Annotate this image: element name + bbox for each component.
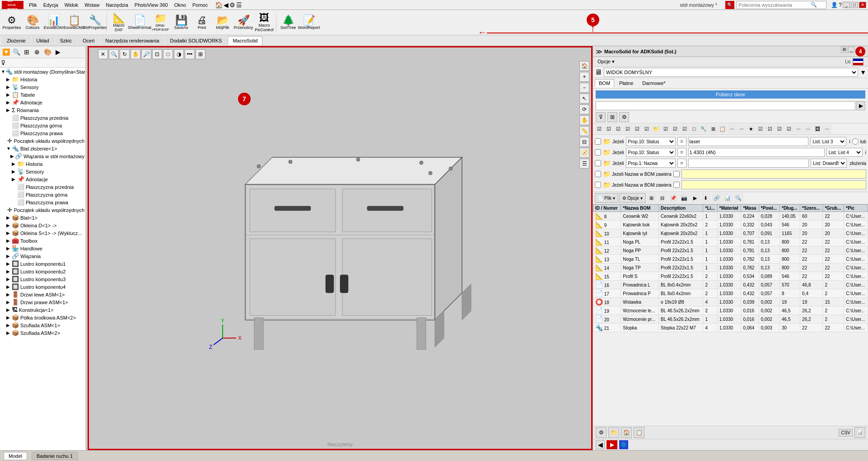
list-item[interactable]: ▶ 📡 Sensory [0,83,85,91]
list-item[interactable]: ▶ 📌 Adnotacje [0,175,85,183]
it-more5[interactable]: ··· [822,124,831,133]
filter-name-mini-check-2[interactable] [673,182,680,188]
tree-arrow[interactable]: ▶ [6,323,12,328]
menu-edycja[interactable]: Edycja [41,1,61,9]
list-item[interactable]: ▶ 🔗 Wiązania [0,252,85,260]
tree-arrow[interactable]: ▶ [10,154,15,159]
filter-name-check-2[interactable] [595,182,601,188]
rp-minimize-btn[interactable]: _ [848,47,854,53]
it-check6[interactable]: ☑ [642,124,651,133]
excelbom2-button[interactable]: 📋 ExcelBOM2 [64,13,84,33]
tree-arrow[interactable]: ▶ [6,284,12,289]
search-box[interactable]: 🔍 [736,1,826,9]
list-item[interactable]: ▼ 🔩 Blat złożenie<1> [0,145,85,152]
vp-btn-cross[interactable]: ✕ [98,49,108,59]
list-item[interactable]: ▶ 🏪 Handlowe [0,245,85,252]
list-item[interactable]: ⬜ Płaszczyzna przednia [0,114,85,122]
csv-btn[interactable]: CSV [839,429,853,437]
filter-check-2[interactable] [595,149,601,155]
col-li[interactable]: *Li... [703,205,717,212]
col-pic[interactable]: *Pic [844,205,868,212]
filter-settings-btn[interactable]: ⚙ [619,112,629,122]
col-masa[interactable]: *Masa [741,205,759,212]
list-item[interactable]: ⬜ Płaszczyzna przednia [0,183,85,191]
tab-szkic[interactable]: Szkic [55,36,77,45]
table-row[interactable]: 📐 13 Noga TL Profil 22x22x1.5 1 1.0330 0… [593,255,868,263]
list-item[interactable]: ⬜ Płaszczyzna prawa [0,129,85,137]
vp-btn-zoom[interactable]: 🔎 [141,49,151,59]
smproperties-button[interactable]: 🔧 SMProperties [85,13,105,33]
tree-arrow[interactable]: ▶ [6,292,12,297]
table-row[interactable]: 📄 19 Wzmocenie le... BL 46.5x26.2x2mm 2 … [593,306,868,315]
it-check4[interactable]: ☑ [623,124,632,133]
list-item[interactable]: ▶ 🔲 Lustro komponentu4 [0,283,85,291]
restore-button[interactable]: □ [851,2,858,8]
it-more3[interactable]: ··· [794,124,803,133]
bom-tb-btn2[interactable]: ⊟ [658,193,667,203]
przenosny-button[interactable]: 🚀 Przenośny [233,13,253,33]
bom-search-input[interactable] [596,101,855,110]
tab-ocen[interactable]: Oceń [78,36,99,45]
it-check11[interactable]: ☑ [765,124,775,133]
bom-tb-btn9[interactable]: 🔍 [733,193,743,203]
list-item[interactable]: ⬜ Płaszczyzna górna [0,191,85,198]
filter-list-3[interactable]: List: DrawnBy [811,159,847,168]
status-tab-badanie[interactable]: Badanie ruchu 1 [32,452,78,460]
search-go-btn[interactable]: ▶ [856,101,865,110]
vp-btn-pan[interactable]: ✋ [131,49,140,59]
list-item[interactable]: ▶ 🔲 Lustro komponentu2 [0,268,85,275]
tree-arrow[interactable]: ▶ [6,315,12,320]
list-item[interactable]: ✛ Początek układu współrzędnych [0,137,85,145]
table-row[interactable]: 📐 12 Noga PP Profil 22x22x1.5 1 1.0330 0… [593,246,868,255]
filter-value-1[interactable] [688,137,809,146]
rt-btn-section[interactable]: ⊟ [579,137,589,147]
tree-root-arrow[interactable]: ▼ [1,69,5,74]
tree-arrow[interactable]: ▶ [6,330,12,335]
options-dropdown-btn[interactable]: Opcje ▾ [595,58,617,65]
tree-arrow[interactable]: ▶ [6,277,12,282]
macro-dxf-button[interactable]: 📐 Macro DXF [109,13,129,33]
tree-arrow[interactable]: ▼ [6,146,12,151]
table-row[interactable]: 📐 14 Noga TP Profil 22x22x1.5 1 1.0330 0… [593,263,868,272]
list-item[interactable]: ▶ 📦 Szuflada ASM<2> [0,329,85,337]
bom-opcje-btn[interactable]: ⚙ Opcje ▾ [619,193,646,203]
list-item[interactable]: ▶ 🚪 Drzwi prawe ASM<1> [0,298,85,306]
filter-list-1[interactable]: List: List 3 [810,137,846,146]
saveas-button[interactable]: 💾 SaveAs [171,13,191,33]
list-item[interactable]: ⬜ Płaszczyzna prawa [0,198,85,206]
table-row[interactable]: ⭕ 18 Wstawka o 19x19 Ø8 4 1.0330 0,039 0… [593,298,868,306]
tree-arrow[interactable]: ▶ [6,77,12,82]
lp-search-icon[interactable]: 🔍 [11,47,21,57]
tree-arrow[interactable]: ▶ [6,223,12,228]
tree-arrow[interactable]: ▶ [6,100,12,105]
rt-btn-select[interactable]: ↖ [579,94,589,103]
it-tool[interactable]: 🔧 [699,124,708,133]
tree-arrow[interactable]: ▶ [6,108,12,113]
menu-narzedzia[interactable]: Narzędzia [103,1,131,9]
menu-pomoc[interactable]: Pomoc [190,1,210,9]
list-item[interactable]: ▶ 📦 Okleina D<1> -> [0,221,85,229]
tree-root[interactable]: ▼ 🔩 stół montażowy (Domyślna<Stan w [0,68,85,75]
list-item[interactable]: ▶ 🚪 Drzwi lewe ASM<1> [0,291,85,298]
rt-btn-zoom-in[interactable]: + [579,72,589,82]
rb-list-btn[interactable]: 📋 [634,427,644,438]
filter-prop-select-2[interactable]: Prop.10: Status [626,148,676,157]
filter-radio-lub[interactable] [852,138,859,145]
table-row[interactable]: 📄 16 Prowadnica L BL 8x0.4x2mm 2 1.0330 … [593,281,868,289]
filter-name-input-1[interactable] [681,169,866,179]
list-item[interactable]: ▶ Σ Równania [0,106,85,114]
lp-target-icon[interactable]: ⊕ [32,47,42,57]
menu-widok[interactable]: Widok [62,1,81,9]
rt-btn-measure[interactable]: 📏 [579,126,589,136]
table-row[interactable]: 📄 20 Wzmocenie pr... BL 46.5x26.2x2mm 1 … [593,315,868,324]
list-item[interactable]: ✛ Początek układu współrzędnych [0,206,85,214]
excelbom-button[interactable]: 📊 ExcelBOM [43,13,63,33]
col-material[interactable]: *Materiał [717,205,741,212]
tab-macrosolid[interactable]: MacroSolid [228,36,262,45]
list-item[interactable]: ▶ 📁 Historia [0,160,85,168]
filter-prop-select-3[interactable]: Prop.1: Nazwa [626,159,676,168]
tree-arrow[interactable]: ▶ [12,177,17,182]
vp-btn-box[interactable]: □ [163,49,173,59]
filter-name-input-2[interactable] [681,180,866,189]
list-item[interactable]: ▶ 🔲 Lustro komponentu1 [0,260,85,268]
